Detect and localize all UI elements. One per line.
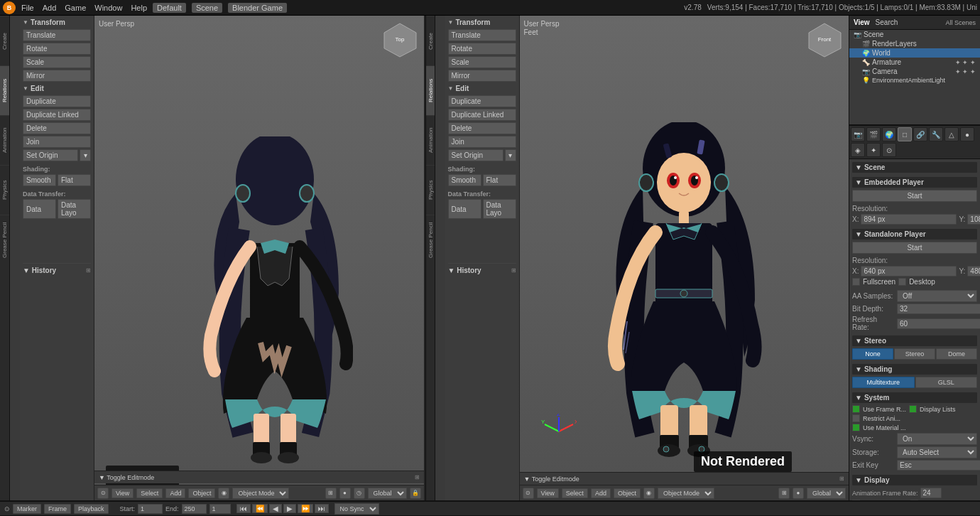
scale-btn-r[interactable]: Scale (448, 56, 516, 68)
delete-btn[interactable]: Delete (23, 122, 91, 134)
set-origin-arrow[interactable]: ▾ (80, 149, 91, 161)
multitexture-btn[interactable]: Multitexture (852, 377, 915, 388)
vt-icon1[interactable]: ⊞ (325, 488, 337, 499)
scene-section-header[interactable]: ▼ Scene (852, 162, 977, 173)
stereo-btn[interactable]: Stereo (894, 348, 935, 360)
timeline-marker[interactable]: Marker (13, 504, 41, 514)
deprecatio-checkbox[interactable] (910, 500, 918, 500)
data-layo-btn-r[interactable]: Data Layo (483, 199, 516, 219)
rotate-btn[interactable]: Rotate (23, 43, 91, 55)
history-header[interactable]: ▼ History ⊞ (23, 267, 91, 274)
storage-select[interactable]: Auto Select (897, 446, 977, 458)
tree-item-envlight[interactable]: 💡 EnvironmentAmbientLight (849, 76, 980, 85)
vt-mode-icon-r[interactable]: ◉ (643, 488, 655, 499)
shading-header[interactable]: ▼ Shading (852, 364, 977, 375)
refresh-rate-input[interactable] (897, 318, 980, 329)
global-select-right[interactable]: Global (807, 488, 846, 499)
mode-label[interactable]: Default (153, 3, 186, 13)
tree-item-armature[interactable]: 🦴 Armature ✦ ✦ ✦ (849, 58, 980, 67)
debug-proper-checkbox[interactable] (852, 500, 860, 500)
side-tab-grease-r[interactable]: Grease Pencil (426, 215, 435, 264)
timeline-playback[interactable]: Playback (74, 504, 109, 514)
play-btn[interactable]: ▶ (283, 504, 296, 513)
mirror-btn-r[interactable]: Mirror (448, 70, 516, 82)
menu-help[interactable]: Help (131, 4, 147, 12)
smooth-btn[interactable]: Smooth (23, 174, 56, 186)
exit-key-input[interactable] (897, 460, 980, 471)
embedded-player-header[interactable]: ▼ Embedded Player (852, 177, 977, 188)
menu-file[interactable]: File (21, 4, 34, 12)
tree-item-world[interactable]: 🌍 World (849, 48, 980, 58)
y-input2[interactable] (967, 266, 980, 276)
transform-header-r[interactable]: ▼ Transform (448, 18, 516, 26)
side-tab-animation[interactable]: Animation (0, 115, 9, 165)
use-frame-r-checkbox[interactable] (852, 405, 860, 413)
step-fwd-btn[interactable]: ⏩ (298, 504, 313, 513)
outliner-tab-view[interactable]: View (854, 18, 870, 26)
current-frame-input[interactable] (209, 504, 231, 514)
side-tab-create-r[interactable]: Create (426, 16, 435, 65)
vt-icon-r2[interactable]: ● (793, 488, 804, 499)
glsl-btn[interactable]: GLSL (915, 377, 978, 388)
prop-icon-world[interactable]: 🌍 (882, 127, 896, 141)
menu-window[interactable]: Window (94, 4, 122, 12)
data-btn-r[interactable]: Data (448, 199, 481, 219)
nav-cube-right[interactable]: Front (805, 20, 844, 60)
mirror-btn[interactable]: Mirror (23, 70, 91, 82)
side-tab-relations[interactable]: Relations (0, 65, 9, 115)
display-header[interactable]: ▼ Display (852, 475, 977, 485)
anim-frame-rate-input[interactable] (920, 488, 942, 498)
join-btn[interactable]: Join (23, 136, 91, 148)
prop-icon-constraints[interactable]: 🔗 (913, 127, 927, 141)
menu-game[interactable]: Game (65, 4, 86, 12)
menu-bar[interactable]: File Add Game Window Help (21, 4, 147, 12)
duplicate-btn[interactable]: Duplicate (23, 95, 91, 107)
toggle-editmode-left[interactable]: ▼ Toggle Editmode ⊞ (94, 471, 424, 483)
side-tab-create[interactable]: Create (0, 16, 9, 65)
duplicate-btn-r[interactable]: Duplicate (448, 95, 516, 107)
outliner-tab-search[interactable]: Search (876, 18, 898, 26)
engine-select[interactable]: Blender Game (228, 3, 287, 13)
side-tab-physics-r[interactable]: Physics (426, 165, 435, 215)
vt-icon3[interactable]: ◷ (354, 488, 365, 499)
join-btn-r[interactable]: Join (448, 136, 516, 148)
object-mode-select-left[interactable]: Object Mode (232, 488, 289, 499)
prop-icon-particles[interactable]: ✦ (866, 143, 881, 157)
scene-label[interactable]: Scene (192, 3, 222, 13)
menu-add[interactable]: Add (43, 4, 57, 12)
vt-select-right[interactable]: Select (562, 488, 588, 498)
nav-cube-left[interactable]: Top (381, 20, 420, 60)
stereo-header[interactable]: ▼ Stereo (852, 335, 977, 346)
data-btn[interactable]: Data (23, 199, 56, 219)
translate-btn-r[interactable]: Translate (448, 29, 516, 41)
edit-header[interactable]: ▼ Edit (23, 85, 91, 92)
edit-header-r[interactable]: ▼ Edit (448, 85, 516, 92)
prop-icon-object[interactable]: □ (898, 127, 912, 141)
vt-object-left[interactable]: Object (188, 488, 215, 498)
side-tab-relations-r[interactable]: Relations (426, 65, 435, 115)
tree-item-scene[interactable]: 📷 Scene (849, 30, 980, 39)
smooth-btn-r[interactable]: Smooth (448, 174, 481, 186)
prop-icon-texture[interactable]: ◈ (851, 143, 865, 157)
vt-view-icon-left[interactable]: ⊙ (97, 488, 109, 499)
aa-select[interactable]: Off (897, 290, 977, 302)
set-origin-btn-r[interactable]: Set Origin (448, 149, 503, 161)
restrict-ani-checkbox[interactable] (852, 414, 860, 422)
global-select-left[interactable]: Global (368, 488, 407, 499)
prop-icon-scene[interactable]: 🎬 (866, 127, 881, 141)
prop-icon-modifiers[interactable]: 🔧 (929, 127, 943, 141)
prop-icon-data[interactable]: △ (944, 127, 959, 141)
x-input2[interactable] (861, 266, 957, 276)
history-header-r[interactable]: ▼ History ⊞ (448, 267, 516, 274)
transform-header[interactable]: ▼ Transform (23, 18, 91, 26)
duplicate-linked-btn[interactable]: Duplicate Linked (23, 109, 91, 121)
display-lists-checkbox[interactable] (909, 405, 917, 413)
use-material-checkbox[interactable] (852, 424, 860, 431)
set-origin-arrow-r[interactable]: ▾ (505, 149, 516, 161)
toggle-editmode-right[interactable]: ▼ Toggle Editmode ⊞ (520, 472, 849, 485)
tree-item-renderlayers[interactable]: 🎬 RenderLayers (849, 39, 980, 48)
sync-select[interactable]: No Sync (334, 503, 379, 515)
timeline-frame[interactable]: Frame (44, 504, 71, 514)
side-tab-animation-r[interactable]: Animation (426, 115, 435, 165)
jump-end-btn[interactable]: ⏭ (315, 504, 329, 513)
